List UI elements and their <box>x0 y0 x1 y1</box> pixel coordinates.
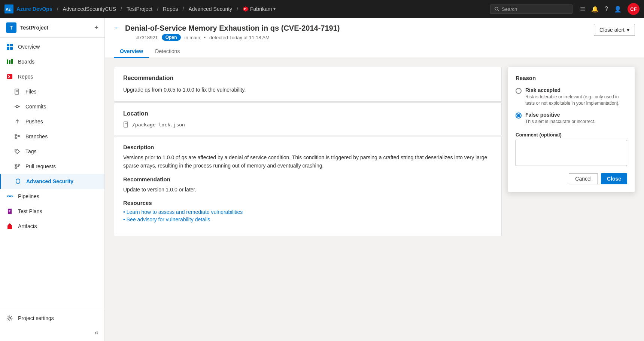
sidebar-label-pushes: Pushes <box>25 119 43 125</box>
radio-circle-false-positive <box>516 113 522 119</box>
sidebar-label-commits: Commits <box>25 104 46 110</box>
sidebar-item-repos[interactable]: Repos <box>0 69 104 84</box>
search-placeholder: Search <box>502 6 517 12</box>
tags-icon <box>13 148 21 155</box>
breadcrumb-advancedsecuritycus[interactable]: AdvancedSecurityCUS <box>63 6 116 12</box>
separator: • <box>204 35 206 40</box>
boards-icon <box>6 58 13 65</box>
description-title: Description <box>123 144 492 150</box>
resource-link-1-anchor[interactable]: Learn how to assess and remediate vulner… <box>127 209 243 215</box>
sidebar-label-boards: Boards <box>18 59 34 65</box>
close-alert-chevron-icon: ▾ <box>627 27 629 33</box>
breadcrumb-advanced-security[interactable]: Advanced Security <box>188 6 232 12</box>
resource-link-2-anchor[interactable]: See advisory for vulnerability details <box>127 216 210 222</box>
notifications-icon[interactable]: 🔔 <box>591 6 599 13</box>
sidebar-item-pull-requests[interactable]: Pull requests <box>0 159 104 174</box>
user-settings-icon[interactable]: 👤 <box>614 6 622 13</box>
sidebar-item-pipelines[interactable]: Pipelines <box>0 189 104 204</box>
file-reference: /package-lock.json <box>123 122 492 128</box>
sidebar-label-overview: Overview <box>18 44 40 50</box>
tab-overview[interactable]: Overview <box>114 45 149 58</box>
sidebar-item-advanced-security[interactable]: Advanced Security <box>0 174 104 189</box>
cancel-button[interactable]: Cancel <box>569 173 598 184</box>
recommendation2-title: Recommendation <box>123 176 492 182</box>
comment-textarea[interactable] <box>516 140 627 166</box>
breadcrumb-repos[interactable]: Repos <box>163 6 178 12</box>
artifacts-icon <box>6 222 13 230</box>
add-project-button[interactable]: + <box>94 24 98 32</box>
radio-option-false-positive[interactable]: False positive This alert is inaccurate … <box>516 112 627 125</box>
test-plans-icon: T <box>6 208 13 215</box>
repos-icon <box>6 73 13 80</box>
radio-circle-risk-accepted <box>516 88 522 94</box>
project-name: TestProject <box>20 25 91 31</box>
sidebar-label-pull-requests: Pull requests <box>25 163 56 169</box>
radio-desc-false-positive: This alert is inaccurate or incorrect. <box>525 119 595 125</box>
sidebar-item-boards[interactable]: Boards <box>0 54 104 69</box>
sidebar-item-tags[interactable]: Tags <box>0 144 104 159</box>
sidebar-label-test-plans: Test Plans <box>18 208 42 214</box>
search-box[interactable]: Search <box>490 4 572 14</box>
close-confirm-button[interactable]: Close <box>601 173 627 184</box>
overview-icon <box>6 43 13 50</box>
sidebar-item-test-plans[interactable]: T Test Plans <box>0 204 104 219</box>
pipelines-icon <box>6 193 13 200</box>
radio-group: Risk accepted Risk is tolerable or irrel… <box>516 87 627 125</box>
alert-detected: detected Today at 11:18 AM <box>209 35 270 40</box>
sidebar-item-branches[interactable]: Branches <box>0 129 104 144</box>
recommendation-title: Recommendation <box>123 75 492 82</box>
tab-detections[interactable]: Detections <box>149 45 186 58</box>
radio-label-false-positive: False positive <box>525 112 595 118</box>
back-button[interactable]: ← <box>114 24 121 32</box>
radio-desc-risk-accepted: Risk is tolerable or irrelevant (e.g., o… <box>525 94 627 107</box>
sidebar-label-branches: Branches <box>25 133 48 139</box>
org-name[interactable]: Azure DevOps <box>16 6 52 12</box>
svg-point-4 <box>495 7 498 10</box>
description-card: Description Versions prior to 1.0.0 of q… <box>114 136 502 236</box>
pushes-icon <box>13 118 21 125</box>
layout: T TestProject + Overview Boards <box>0 18 644 341</box>
sidebar-item-commits[interactable]: Commits <box>0 99 104 114</box>
sidebar-label-repos: Repos <box>18 74 33 80</box>
close-alert-button[interactable]: Close alert ▾ <box>594 24 635 36</box>
project-header: T TestProject + <box>0 18 104 38</box>
location-title: Location <box>123 110 492 117</box>
recommendation2-section: Recommendation Update to version 1.0.0 o… <box>123 176 492 194</box>
sidebar-item-pushes[interactable]: Pushes <box>0 114 104 129</box>
sidebar-item-project-settings[interactable]: Project settings <box>0 311 104 326</box>
main-content: ← Denial-of-Service Memory Exhaustion in… <box>105 18 644 341</box>
collapse-sidebar-button[interactable]: « <box>0 326 104 340</box>
resources-section: Resources Learn how to assess and remedi… <box>123 200 492 222</box>
sidebar-label-artifacts: Artifacts <box>18 223 37 229</box>
location-card: Location /package-lock.json <box>114 102 502 135</box>
files-icon <box>13 88 21 95</box>
radio-option-risk-accepted[interactable]: Risk accepted Risk is tolerable or irrel… <box>516 87 627 107</box>
comment-label: Comment (optional) <box>516 132 627 138</box>
sidebar-item-files[interactable]: Files <box>0 84 104 99</box>
svg-rect-9 <box>10 47 13 50</box>
svg-rect-37 <box>124 122 128 127</box>
help-icon[interactable]: ? <box>605 6 608 12</box>
breadcrumb-testproject[interactable]: TestProject <box>127 6 152 12</box>
radio-content-false-positive: False positive This alert is inaccurate … <box>525 112 595 125</box>
svg-rect-34 <box>7 225 12 229</box>
sidebar-item-artifacts[interactable]: Artifacts <box>0 219 104 234</box>
sidebar-label-tags: Tags <box>25 148 37 154</box>
close-alert-label: Close alert <box>599 27 625 33</box>
avatar[interactable]: CF <box>628 3 640 15</box>
description-section: Description Versions prior to 1.0.0 of q… <box>123 144 492 170</box>
panel-title: Reason <box>516 75 627 81</box>
project-avatar: T <box>6 22 16 33</box>
pull-requests-icon <box>13 163 21 170</box>
menu-icon[interactable]: ☰ <box>580 6 585 13</box>
alert-meta: #7318921 Open in main • detected Today a… <box>125 34 340 41</box>
file-icon <box>123 122 129 128</box>
svg-rect-12 <box>11 59 13 64</box>
svg-rect-7 <box>10 44 13 46</box>
repo-selector[interactable]: F Fabrikam ▾ <box>243 6 276 12</box>
search-icon <box>494 6 499 12</box>
svg-point-31 <box>7 196 9 197</box>
sidebar-item-overview[interactable]: Overview <box>0 39 104 54</box>
svg-point-22 <box>15 137 16 139</box>
recommendation2-text: Update to version 1.0.0 or later. <box>123 185 492 194</box>
